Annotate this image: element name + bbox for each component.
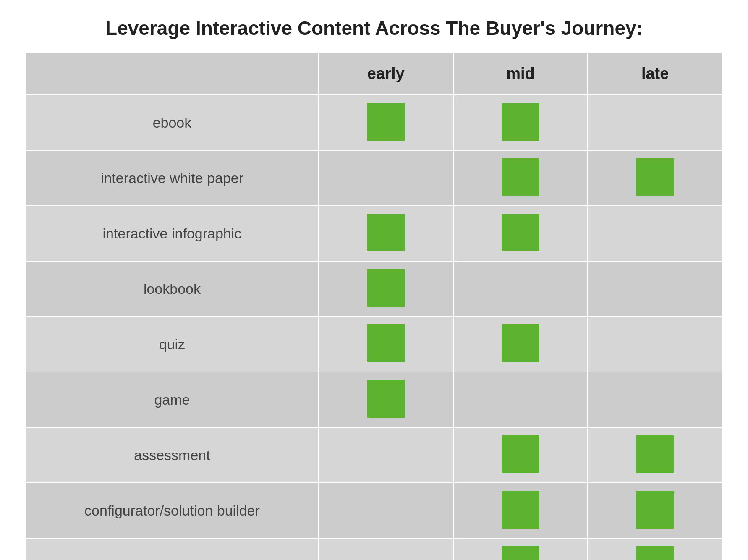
cell-mid-5: [453, 372, 588, 427]
table-row: ebook: [26, 95, 722, 150]
green-indicator: [636, 158, 674, 196]
table-row: lookbook: [26, 261, 722, 317]
row-label-configurator/solution-builder: configurator/solution builder: [26, 483, 319, 538]
header-early: early: [319, 52, 453, 95]
cell-late-7: [588, 483, 722, 538]
cell-late-2: [588, 206, 722, 261]
table-row: interactive white paper: [26, 150, 722, 206]
content-matrix-table: early mid late ebookinteractive white pa…: [25, 52, 723, 560]
cell-late-1: [588, 150, 722, 206]
cell-late-3: [588, 261, 722, 317]
cell-mid-8: [453, 538, 588, 560]
table-body: ebookinteractive white paperinteractive …: [26, 95, 722, 560]
table-row: quiz: [26, 317, 722, 372]
row-label-lookbook: lookbook: [26, 261, 319, 317]
cell-early-4: [319, 317, 453, 372]
green-indicator: [636, 546, 674, 560]
header-mid: mid: [453, 52, 588, 95]
green-indicator: [367, 103, 405, 141]
cell-late-8: [588, 538, 722, 560]
cell-mid-6: [453, 427, 588, 483]
cell-mid-7: [453, 483, 588, 538]
cell-mid-4: [453, 317, 588, 372]
green-indicator: [367, 324, 405, 362]
green-indicator: [502, 546, 539, 560]
cell-early-0: [319, 95, 453, 150]
row-label-quiz: quiz: [26, 317, 319, 372]
table-row: assessment: [26, 427, 722, 483]
green-indicator: [502, 324, 539, 362]
cell-mid-2: [453, 206, 588, 261]
cell-early-8: [319, 538, 453, 560]
cell-early-6: [319, 427, 453, 483]
row-label-interactive-infographic: interactive infographic: [26, 206, 319, 261]
cell-early-3: [319, 261, 453, 317]
page-wrapper: Leverage Interactive Content Across The …: [0, 0, 748, 560]
green-indicator: [367, 214, 405, 251]
cell-mid-1: [453, 150, 588, 206]
green-indicator: [502, 435, 539, 473]
table-row: configurator/solution builder: [26, 483, 722, 538]
table-header-row: early mid late: [26, 52, 722, 95]
green-indicator: [367, 380, 405, 418]
green-indicator: [636, 435, 674, 473]
green-indicator: [636, 491, 674, 529]
cell-late-6: [588, 427, 722, 483]
green-indicator: [367, 269, 405, 307]
header-late: late: [588, 52, 722, 95]
cell-early-7: [319, 483, 453, 538]
cell-late-0: [588, 95, 722, 150]
table-row: interactive infographic: [26, 206, 722, 261]
main-table-container: early mid late ebookinteractive white pa…: [25, 52, 723, 560]
cell-late-4: [588, 317, 722, 372]
row-label-interactive-white-paper: interactive white paper: [26, 150, 319, 206]
cell-early-2: [319, 206, 453, 261]
page-title: Leverage Interactive Content Across The …: [25, 17, 723, 39]
cell-early-5: [319, 372, 453, 427]
cell-early-1: [319, 150, 453, 206]
green-indicator: [502, 491, 539, 529]
header-label-col: [26, 52, 319, 95]
row-label-ebook: ebook: [26, 95, 319, 150]
table-row: game: [26, 372, 722, 427]
row-label-calculator: calculator: [26, 538, 319, 560]
row-label-assessment: assessment: [26, 427, 319, 483]
cell-mid-0: [453, 95, 588, 150]
green-indicator: [502, 103, 539, 141]
green-indicator: [502, 158, 539, 196]
row-label-game: game: [26, 372, 319, 427]
cell-mid-3: [453, 261, 588, 317]
cell-late-5: [588, 372, 722, 427]
green-indicator: [502, 214, 539, 251]
table-row: calculator: [26, 538, 722, 560]
